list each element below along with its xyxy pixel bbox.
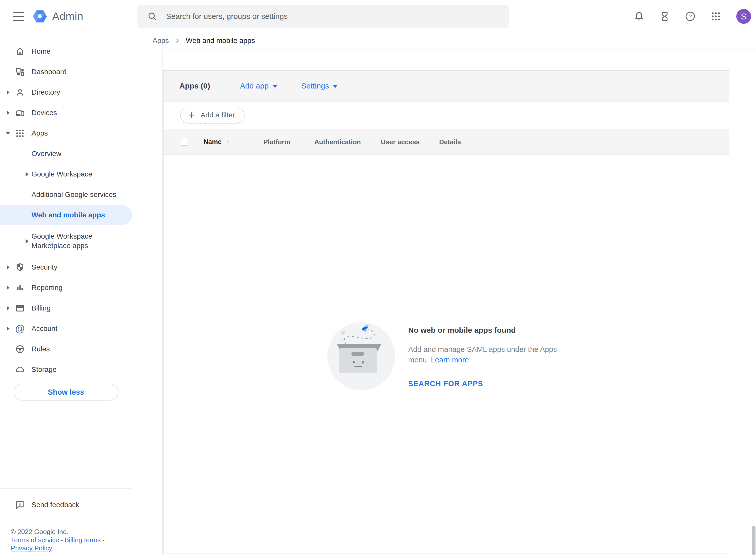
cloud-icon bbox=[15, 365, 25, 375]
sort-ascending-icon: ↑ bbox=[226, 138, 230, 146]
empty-box-with-fly-illustration bbox=[327, 322, 395, 390]
dashboard-icon bbox=[15, 67, 25, 77]
top-bar-actions: ? S bbox=[633, 6, 751, 27]
column-header-platform[interactable]: Platform bbox=[263, 138, 290, 146]
apps-grid-icon bbox=[710, 11, 721, 22]
svg-text:?: ? bbox=[689, 13, 692, 20]
collapse-chevron-icon bbox=[6, 132, 10, 135]
column-header-details[interactable]: Details bbox=[439, 138, 461, 146]
column-header-user-access[interactable]: User access bbox=[381, 138, 420, 146]
table-header-row: Name ↑ Platform Authentication User acce… bbox=[163, 129, 729, 155]
sidebar-item-directory[interactable]: Directory bbox=[0, 82, 162, 102]
expand-chevron-icon bbox=[7, 265, 9, 269]
expand-chevron-icon bbox=[7, 306, 9, 310]
sidebar-item-overview[interactable]: Overview bbox=[0, 143, 162, 164]
learn-more-link[interactable]: Learn more bbox=[431, 356, 469, 364]
apps-grid-icon bbox=[15, 128, 25, 138]
search-bar bbox=[137, 5, 509, 28]
help-button[interactable]: ? bbox=[685, 11, 696, 22]
sidebar-item-web-and-mobile-apps[interactable]: Web and mobile apps bbox=[0, 205, 162, 225]
privacy-policy-link[interactable]: Privacy Policy bbox=[11, 544, 52, 552]
account-avatar[interactable]: S bbox=[736, 9, 751, 24]
search-input[interactable] bbox=[166, 12, 506, 21]
sidebar-item-apps[interactable]: Apps bbox=[0, 123, 162, 143]
terms-of-service-link[interactable]: Terms of service bbox=[11, 536, 59, 544]
copyright-text: © 2022 Google Inc. bbox=[11, 528, 106, 536]
steering-wheel-icon bbox=[15, 344, 25, 354]
expand-chevron-icon bbox=[7, 286, 9, 290]
shield-icon bbox=[15, 262, 25, 272]
empty-state-description: Add and manage SAML apps under the Apps … bbox=[408, 344, 558, 365]
hourglass-icon bbox=[659, 11, 670, 22]
credit-card-icon bbox=[15, 303, 25, 313]
settings-button[interactable]: Settings bbox=[301, 82, 337, 90]
sidebar-divider bbox=[0, 488, 132, 488]
breadcrumb: Apps Web and mobile apps bbox=[153, 33, 255, 49]
help-icon: ? bbox=[685, 11, 696, 22]
empty-state-title: No web or mobile apps found bbox=[408, 326, 577, 335]
table-body: No web or mobile apps found Add and mana… bbox=[163, 155, 729, 553]
breadcrumb-chevron-icon bbox=[174, 38, 180, 43]
sidebar-item-dashboard[interactable]: Dashboard bbox=[0, 61, 162, 82]
select-all-checkbox[interactable] bbox=[181, 138, 188, 145]
vertical-scrollbar[interactable] bbox=[752, 526, 755, 555]
home-icon bbox=[15, 46, 25, 56]
sidebar-item-storage[interactable]: Storage bbox=[0, 359, 162, 380]
card-toolbar: Apps (0) Add app Settings bbox=[163, 71, 729, 101]
apps-count-title: Apps (0) bbox=[180, 82, 210, 90]
filter-row: Add a filter bbox=[163, 101, 729, 129]
apps-list-card: Apps (0) Add app Settings Add a filter N… bbox=[163, 70, 729, 553]
content-divider bbox=[162, 49, 162, 555]
sidebar-item-home[interactable]: Home bbox=[0, 41, 162, 61]
dropdown-caret-icon bbox=[273, 85, 277, 88]
sidebar-item-rules[interactable]: Rules bbox=[0, 339, 162, 359]
sidebar-item-account[interactable]: @ Account bbox=[0, 318, 162, 339]
feedback-bubble-icon bbox=[15, 500, 25, 510]
expand-chevron-icon bbox=[26, 239, 29, 244]
sidebar-footer: © 2022 Google Inc. Terms of service-Bill… bbox=[11, 528, 106, 552]
expand-chevron-icon bbox=[7, 326, 9, 331]
sidebar: Home Dashboard Directory bbox=[0, 0, 162, 555]
bar-chart-icon bbox=[15, 283, 25, 293]
expand-chevron-icon bbox=[7, 111, 9, 115]
show-less-button[interactable]: Show less bbox=[13, 384, 119, 400]
expand-chevron-icon bbox=[7, 90, 9, 95]
column-header-name[interactable]: Name ↑ bbox=[203, 138, 230, 146]
search-for-apps-link[interactable]: SEARCH FOR APPS bbox=[408, 380, 577, 388]
column-header-authentication[interactable]: Authentication bbox=[314, 138, 361, 146]
breadcrumb-current: Web and mobile apps bbox=[186, 37, 255, 45]
sidebar-item-google-workspace-marketplace-apps[interactable]: Google Workspace Marketplace apps bbox=[0, 225, 162, 257]
plus-icon bbox=[187, 111, 196, 119]
add-filter-button[interactable]: Add a filter bbox=[180, 106, 245, 124]
at-sign-icon: @ bbox=[15, 324, 25, 334]
person-icon bbox=[15, 87, 25, 97]
add-app-button[interactable]: Add app bbox=[240, 82, 277, 90]
notifications-button[interactable] bbox=[633, 11, 645, 22]
breadcrumb-divider bbox=[162, 49, 756, 49]
notifications-bell-icon bbox=[634, 11, 644, 22]
sidebar-item-devices[interactable]: Devices bbox=[0, 102, 162, 123]
billing-terms-link[interactable]: Billing terms bbox=[65, 536, 101, 544]
expand-chevron-icon bbox=[26, 172, 29, 176]
sidebar-item-google-workspace[interactable]: Google Workspace bbox=[0, 164, 162, 184]
send-feedback-button[interactable]: Send feedback bbox=[0, 495, 132, 515]
sidebar-item-additional-google-services[interactable]: Additional Google services bbox=[0, 184, 162, 205]
sidebar-item-security[interactable]: Security bbox=[0, 257, 162, 278]
devices-icon bbox=[15, 108, 25, 118]
pending-tasks-button[interactable] bbox=[659, 11, 670, 22]
google-apps-button[interactable] bbox=[710, 11, 721, 22]
empty-state: No web or mobile apps found Add and mana… bbox=[327, 322, 577, 390]
dropdown-caret-icon bbox=[333, 85, 337, 88]
sidebar-item-reporting[interactable]: Reporting bbox=[0, 278, 162, 298]
sidebar-item-billing[interactable]: Billing bbox=[0, 298, 162, 318]
